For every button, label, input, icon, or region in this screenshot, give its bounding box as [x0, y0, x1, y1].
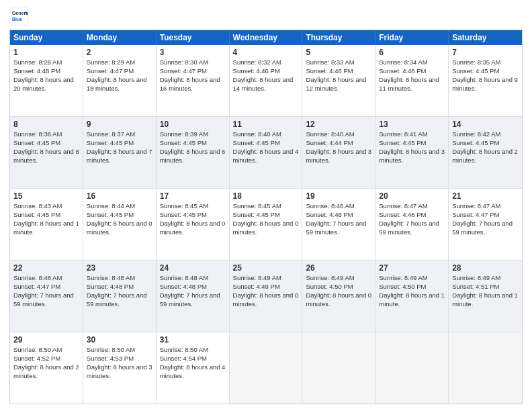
- sunrise-text: Sunrise: 8:49 AM: [233, 274, 281, 281]
- sunset-text: Sunset: 4:49 PM: [233, 283, 280, 290]
- calendar-cell: 26Sunrise: 8:49 AMSunset: 4:50 PMDayligh…: [302, 261, 375, 332]
- day-number: 23: [87, 263, 152, 273]
- calendar-cell: 7Sunrise: 8:35 AMSunset: 4:45 PMDaylight…: [449, 45, 522, 116]
- calendar-row: 8Sunrise: 8:36 AMSunset: 4:45 PMDaylight…: [10, 116, 522, 188]
- sunrise-text: Sunrise: 8:45 AM: [160, 202, 208, 210]
- daylight-text: Daylight: 8 hours and 20 minutes.: [13, 76, 74, 92]
- cal-header-day: Wednesday: [230, 30, 303, 45]
- calendar-cell: 21Sunrise: 8:47 AMSunset: 4:47 PMDayligh…: [449, 189, 522, 260]
- calendar-cell: 5Sunrise: 8:33 AMSunset: 4:46 PMDaylight…: [302, 45, 375, 116]
- calendar-cell: 16Sunrise: 8:44 AMSunset: 4:45 PMDayligh…: [83, 189, 157, 260]
- calendar-cell: 2Sunrise: 8:29 AMSunset: 4:47 PMDaylight…: [83, 45, 157, 116]
- daylight-text: Daylight: 7 hours and 59 minutes.: [379, 220, 439, 236]
- sunset-text: Sunset: 4:46 PM: [306, 211, 353, 218]
- daylight-text: Daylight: 8 hours and 18 minutes.: [87, 76, 147, 92]
- cal-header-day: Monday: [83, 30, 157, 45]
- calendar-cell: 20Sunrise: 8:47 AMSunset: 4:46 PMDayligh…: [375, 189, 449, 260]
- cal-header-day: Thursday: [302, 30, 375, 45]
- logo-icon: General Blue: [9, 7, 28, 26]
- day-number: 15: [13, 191, 79, 201]
- sunset-text: Sunset: 4:50 PM: [379, 283, 426, 290]
- header: General Blue: [9, 7, 523, 26]
- sunrise-text: Sunrise: 8:36 AM: [13, 130, 62, 138]
- calendar-cell: 31Sunrise: 8:50 AMSunset: 4:54 PMDayligh…: [157, 332, 230, 404]
- sunrise-text: Sunrise: 8:34 AM: [379, 58, 427, 66]
- cal-header-day: Saturday: [449, 30, 522, 45]
- calendar-cell: 27Sunrise: 8:49 AMSunset: 4:50 PMDayligh…: [375, 261, 449, 332]
- day-number: 11: [233, 119, 299, 130]
- calendar-cell: 22Sunrise: 8:48 AMSunset: 4:47 PMDayligh…: [10, 261, 83, 332]
- sunrise-text: Sunrise: 8:33 AM: [306, 58, 354, 66]
- calendar-cell: 24Sunrise: 8:48 AMSunset: 4:48 PMDayligh…: [157, 261, 230, 332]
- sunrise-text: Sunrise: 8:40 AM: [306, 130, 354, 138]
- day-number: 24: [160, 263, 226, 273]
- day-number: 4: [233, 47, 299, 58]
- sunrise-text: Sunrise: 8:50 AM: [87, 346, 135, 353]
- sunrise-text: Sunrise: 8:37 AM: [87, 130, 135, 138]
- calendar-cell: 6Sunrise: 8:34 AMSunset: 4:46 PMDaylight…: [375, 45, 449, 116]
- sunset-text: Sunset: 4:48 PM: [87, 283, 134, 290]
- calendar-cell: [449, 332, 522, 404]
- calendar-cell: [230, 332, 303, 404]
- sunset-text: Sunset: 4:45 PM: [379, 139, 426, 146]
- calendar-cell: [375, 332, 449, 404]
- logo: General Blue: [9, 7, 31, 26]
- daylight-text: Daylight: 8 hours and 0 minutes.: [233, 291, 299, 308]
- day-number: 8: [13, 119, 79, 130]
- sunset-text: Sunset: 4:45 PM: [13, 211, 60, 218]
- sunset-text: Sunset: 4:45 PM: [160, 211, 207, 218]
- calendar-cell: 17Sunrise: 8:45 AMSunset: 4:45 PMDayligh…: [157, 189, 230, 260]
- day-number: 27: [379, 263, 445, 273]
- calendar-cell: 15Sunrise: 8:43 AMSunset: 4:45 PMDayligh…: [10, 189, 83, 260]
- calendar-cell: 1Sunrise: 8:28 AMSunset: 4:48 PMDaylight…: [10, 45, 83, 116]
- sunrise-text: Sunrise: 8:29 AM: [87, 58, 135, 66]
- sunset-text: Sunset: 4:45 PM: [452, 67, 499, 75]
- daylight-text: Daylight: 7 hours and 59 minutes.: [13, 291, 74, 308]
- sunset-text: Sunset: 4:48 PM: [13, 67, 60, 75]
- sunrise-text: Sunrise: 8:48 AM: [13, 274, 62, 281]
- cal-header-day: Sunday: [10, 30, 83, 45]
- daylight-text: Daylight: 7 hours and 59 minutes.: [160, 291, 220, 308]
- daylight-text: Daylight: 8 hours and 2 minutes.: [452, 148, 518, 164]
- sunrise-text: Sunrise: 8:48 AM: [87, 274, 135, 281]
- daylight-text: Daylight: 8 hours and 1 minute.: [379, 291, 445, 308]
- sunset-text: Sunset: 4:50 PM: [306, 283, 353, 290]
- day-number: 5: [306, 47, 371, 58]
- day-number: 18: [233, 191, 299, 201]
- calendar-cell: 14Sunrise: 8:42 AMSunset: 4:45 PMDayligh…: [449, 117, 522, 188]
- day-number: 9: [87, 119, 152, 130]
- day-number: 7: [452, 47, 519, 58]
- daylight-text: Daylight: 8 hours and 0 minutes.: [160, 220, 226, 236]
- calendar: SundayMondayTuesdayWednesdayThursdayFrid…: [9, 30, 523, 404]
- sunset-text: Sunset: 4:46 PM: [379, 67, 426, 75]
- daylight-text: Daylight: 8 hours and 0 minutes.: [306, 291, 371, 308]
- sunset-text: Sunset: 4:51 PM: [452, 283, 499, 290]
- calendar-cell: 23Sunrise: 8:48 AMSunset: 4:48 PMDayligh…: [83, 261, 157, 332]
- day-number: 17: [160, 191, 226, 201]
- sunrise-text: Sunrise: 8:40 AM: [233, 130, 281, 138]
- sunset-text: Sunset: 4:46 PM: [233, 67, 280, 75]
- calendar-cell: 12Sunrise: 8:40 AMSunset: 4:44 PMDayligh…: [302, 117, 375, 188]
- sunset-text: Sunset: 4:45 PM: [13, 139, 60, 146]
- sunrise-text: Sunrise: 8:47 AM: [452, 202, 500, 210]
- calendar-cell: [302, 332, 375, 404]
- sunrise-text: Sunrise: 8:30 AM: [160, 58, 208, 66]
- daylight-text: Daylight: 7 hours and 59 minutes.: [87, 291, 147, 308]
- calendar-cell: 9Sunrise: 8:37 AMSunset: 4:45 PMDaylight…: [83, 117, 157, 188]
- calendar-row: 22Sunrise: 8:48 AMSunset: 4:47 PMDayligh…: [10, 260, 522, 332]
- day-number: 31: [160, 334, 226, 345]
- sunset-text: Sunset: 4:45 PM: [160, 139, 207, 146]
- sunrise-text: Sunrise: 8:43 AM: [13, 202, 62, 210]
- sunrise-text: Sunrise: 8:50 AM: [13, 346, 62, 353]
- cal-header-day: Tuesday: [157, 30, 230, 45]
- daylight-text: Daylight: 8 hours and 16 minutes.: [160, 76, 220, 92]
- calendar-cell: 18Sunrise: 8:45 AMSunset: 4:45 PMDayligh…: [230, 189, 303, 260]
- sunrise-text: Sunrise: 8:44 AM: [87, 202, 135, 210]
- sunset-text: Sunset: 4:44 PM: [306, 139, 353, 146]
- day-number: 26: [306, 263, 371, 273]
- day-number: 19: [306, 191, 371, 201]
- sunset-text: Sunset: 4:45 PM: [87, 211, 134, 218]
- sunrise-text: Sunrise: 8:49 AM: [306, 274, 354, 281]
- daylight-text: Daylight: 8 hours and 12 minutes.: [306, 76, 366, 92]
- sunrise-text: Sunrise: 8:42 AM: [452, 130, 500, 138]
